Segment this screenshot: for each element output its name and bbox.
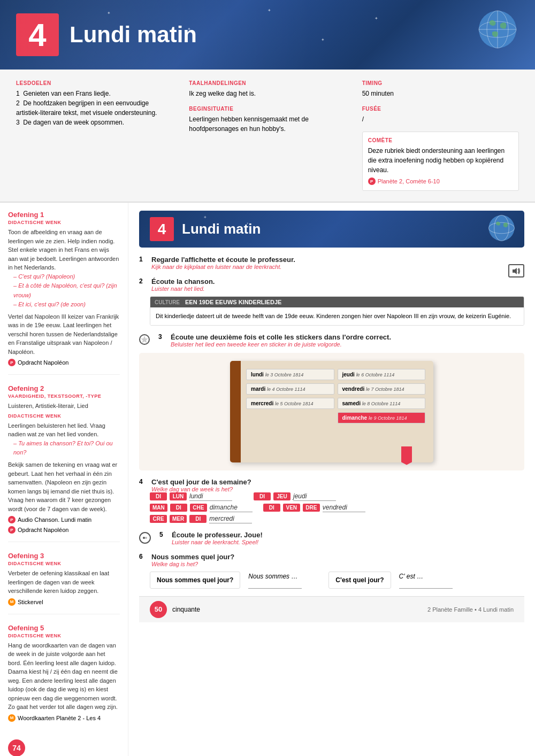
dialogue-answer-area-2: C' est … (399, 572, 453, 589)
oefening-2-text: Leerlingen beluisteren het lied. Vraag n… (8, 421, 120, 439)
svg-point-5 (488, 215, 514, 241)
sticker-button[interactable] (139, 334, 150, 345)
exercise-3-fr: Écoute une deuxième fois et colle les st… (171, 333, 524, 341)
tag-JEU: JEU (273, 492, 291, 500)
timing-text: 50 minuten (362, 89, 519, 98)
star: ✦ (246, 221, 249, 225)
exercise-4-body: C'est quel jour de la semaine? Welke dag… (151, 478, 524, 492)
tag-DRE: DRE (303, 504, 320, 512)
svg-point-9 (143, 537, 145, 539)
oefening-3-section: Oefening 3 DIDACTISCHE WENK Verbeter de … (8, 552, 120, 614)
culture-header: CULTURE EEN 19DE EEUWS KINDERLIEDJE (150, 297, 524, 307)
exercise-3-row: 3 Écoute une deuxième fois et colle les … (139, 333, 524, 348)
oefening-2-section: Oefening 2 VAARDIGHEID, TEKSTSOORT, -TYP… (8, 384, 120, 542)
exercise-2-num: 2 (139, 277, 147, 285)
exercise-6-nl: Welke dag is het? (151, 561, 524, 567)
comete-text: Deze rubriek biedt ondersteuning aan lee… (368, 146, 513, 175)
culture-body: Dit kinderliedje dateert uit de tweede h… (150, 307, 524, 325)
exercise-2-row: 2 Écoute la chanson. Luister naar het li… (139, 277, 524, 292)
answer-mercredi: mercredi (209, 515, 252, 523)
exercise-5-fr: Écoute le professeur. Joue! (172, 531, 524, 539)
exercise-2: 2 Écoute la chanson. Luister naar het li… (139, 277, 524, 326)
lesdoelen-label: LESDOELEN (16, 80, 173, 86)
oefening-3-title: Oefening 3 (8, 552, 120, 560)
exercise-6-num: 6 (139, 553, 147, 560)
beginsituatie-label: BEGINSITUATIE (189, 106, 346, 112)
svg-marker-8 (513, 268, 517, 274)
tag-VEN: VEN (283, 504, 300, 512)
oefening-2-link2[interactable]: P Opdracht Napoléon (8, 526, 120, 534)
tag-DI-4: DI (263, 504, 280, 512)
exercise-2-body: Écoute la chanson. Luister naar het lied… (151, 277, 504, 292)
oefening-1-subtitle: DIDACTISCHE WENK (8, 220, 120, 225)
exercise-1: 1 Regarde l'affichette et écoute le prof… (139, 256, 524, 270)
bottom-bar: 50 cinquante 2 Planète Famille • 4 Lundi… (139, 596, 524, 622)
days-row-1: DI LUN lundi DI JEU jeudi (150, 492, 524, 501)
star-decoration: ✦ (187, 27, 191, 32)
dialogue-answer-area-1: Nous sommes … (248, 572, 302, 589)
footer-badge: 74 (8, 739, 25, 756)
game-indicator (139, 532, 151, 544)
info-section: LESDOELEN 1 Genieten van een Frans liedj… (0, 70, 535, 203)
answer-vendredi: vendredi (323, 504, 365, 512)
right-banner-number: 4 (150, 217, 174, 241)
fusee-label: FUSÉE (362, 106, 519, 112)
fusee-text: / (362, 114, 519, 124)
comete-link[interactable]: P Planète 2, Comète 6-10 (368, 178, 513, 185)
m-icon-5: M (8, 714, 16, 722)
exercise-1-nl: Kijk naar de kijkplaat en luister naar d… (151, 264, 524, 270)
sound-icon[interactable] (508, 264, 524, 277)
answer-lundi: lundi (189, 492, 232, 501)
exercise-5-nl: Luister naar de leerkracht. Speel! (172, 539, 524, 545)
oefening-1-link[interactable]: P Opdracht Napoléon (8, 359, 120, 366)
days-row-2: MAN DI CHE dimanche DI VEN DRE vendredi (150, 504, 524, 512)
star-decoration: ✦ (321, 37, 325, 42)
oefening-2-title: Oefening 2 (8, 384, 120, 392)
dialogue-answer-line-2 (399, 580, 453, 589)
exercise-1-body: Regarde l'affichette et écoute le profes… (151, 256, 524, 270)
main-content: Oefening 1 DIDACTISCHE WENK Toon de afbe… (0, 203, 535, 756)
notebook-empty (246, 412, 334, 423)
answer-dimanche: dimanche (210, 504, 253, 512)
game-icon (139, 532, 151, 544)
taalhandelingen-col: TAALHANDELINGEN Ik zeg welke dag het is.… (189, 80, 346, 191)
top-banner: ✦ ✦ ✦ ✦ ✦ 4 Lundi matin (0, 0, 535, 70)
exercise-6-body: Nous sommes quel jour? Welke dag is het? (151, 553, 524, 567)
oefening-5-section: Oefening 5 DIDACTISCHE WENK Hang de woor… (8, 624, 120, 730)
oefening-2-link1[interactable]: P Audio Chanson. Lundi matin (8, 516, 120, 523)
oefening-3-link[interactable]: M Stickervel (8, 598, 120, 606)
lesson-number: 4 (16, 13, 59, 56)
beginsituatie-text: Leerlingen hebben kennisgemaakt met de h… (189, 114, 346, 134)
exercise-1-fr: Regarde l'affichette et écoute le profes… (151, 256, 524, 264)
left-sidebar: Oefening 1 DIDACTISCHE WENK Toon de afbe… (0, 203, 128, 756)
oefening-1-item-1: – C'est qui? (Napoleon) (8, 272, 120, 282)
days-table: DI LUN lundi DI JEU jeudi MAN DI CHE dim… (150, 492, 524, 523)
right-banner: ✦ ✦ 4 Lundi matin (139, 211, 524, 248)
exercise-6-fr: Nous sommes quel jour? (151, 553, 524, 561)
planete-link-icon: P (8, 516, 16, 523)
dialogue-a-prefix-2: C' est … (399, 573, 453, 580)
culture-label: CULTURE (155, 299, 180, 305)
tag-DI-2: DI (254, 492, 271, 500)
oefening-5-title: Oefening 5 (8, 624, 120, 632)
right-banner-globe (487, 213, 516, 244)
dialogue-area: Nous sommes quel jour? Nous sommes … C'e… (150, 572, 524, 589)
notebook-row-dimanche: dimanche le 9 Octobre 1814 (338, 412, 426, 423)
exercise-3: 3 Écoute une deuxième fois et colle les … (139, 333, 524, 470)
planete-link-icon: P (8, 526, 16, 534)
dialogue-answer-line-1 (248, 580, 302, 589)
lesdoelen-items: 1 Genieten van een Frans liedje. 2 De ho… (16, 89, 173, 127)
sticker-icon (139, 334, 150, 345)
oefening-1-section: Oefening 1 DIDACTISCHE WENK Toon de afbe… (8, 211, 120, 375)
tag-DI-3: DI (170, 504, 187, 512)
exercise-3-nl: Beluister het lied een tweede keer en st… (171, 341, 524, 348)
tag-MAN: MAN (150, 504, 167, 512)
exercise-3-num: 3 (158, 333, 166, 341)
oefening-2-extra: Bekijk samen de tekening en vraag wat er… (8, 460, 120, 513)
exercise-5: 5 Écoute le professeur. Joue! Luister na… (139, 531, 524, 545)
oefening-5-link[interactable]: M Woordkaarten Planète 2 - Les 4 (8, 714, 120, 722)
notebook-row-mercredi: mercredi le 5 Octobre 1814 (246, 398, 334, 409)
oefening-2-subtitle1: VAARDIGHEID, TEKSTSOORT, -TYPE (8, 394, 120, 399)
exercise-6: 6 Nous sommes quel jour? Welke dag is he… (139, 553, 524, 589)
exercise-5-body: Écoute le professeur. Joue! Luister naar… (172, 531, 524, 545)
